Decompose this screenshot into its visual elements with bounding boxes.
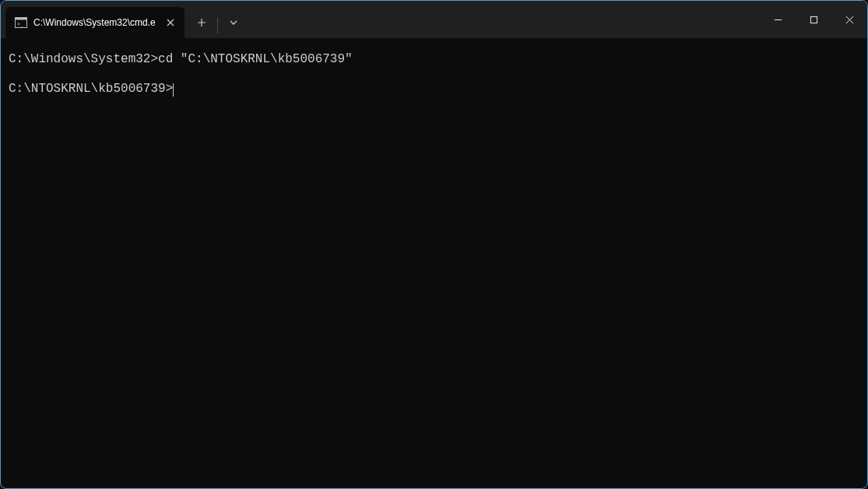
titlebar: >_ C:\Windows\System32\cmd.e — [1, 1, 867, 38]
window-controls — [760, 1, 867, 38]
minimize-icon — [774, 16, 782, 24]
terminal-line: C:\NTOSKRNL\kb5006739> — [9, 82, 859, 97]
tab-actions — [184, 1, 248, 38]
svg-text:>_: >_ — [17, 21, 24, 27]
terminal-line — [9, 67, 859, 82]
tab-close-button[interactable] — [163, 15, 178, 30]
prompt: C:\Windows\System32> — [9, 52, 158, 66]
tab-dropdown-button[interactable] — [220, 10, 248, 35]
command-text: cd "C:\NTOSKRNL\kb5006739" — [158, 52, 353, 66]
tab-title: C:\Windows\System32\cmd.e — [33, 17, 158, 28]
terminal-line: C:\Windows\System32>cd "C:\NTOSKRNL\kb50… — [9, 52, 859, 67]
minimize-button[interactable] — [760, 1, 796, 38]
close-icon — [845, 16, 854, 24]
cmd-icon: >_ — [15, 16, 27, 29]
terminal-output[interactable]: C:\Windows\System32>cd "C:\NTOSKRNL\kb50… — [1, 38, 867, 488]
terminal-tab[interactable]: >_ C:\Windows\System32\cmd.e — [5, 7, 184, 38]
window-close-button[interactable] — [831, 1, 867, 38]
divider — [217, 18, 218, 33]
titlebar-drag-area[interactable] — [248, 1, 760, 38]
svg-rect-8 — [810, 16, 817, 23]
svg-rect-1 — [16, 18, 27, 20]
maximize-button[interactable] — [796, 1, 831, 38]
prompt: C:\NTOSKRNL\kb5006739> — [9, 82, 173, 96]
new-tab-button[interactable] — [188, 10, 216, 35]
plus-icon — [197, 18, 206, 27]
close-icon — [167, 19, 174, 26]
chevron-down-icon — [229, 18, 238, 27]
maximize-icon — [810, 16, 818, 24]
cursor — [173, 83, 174, 97]
